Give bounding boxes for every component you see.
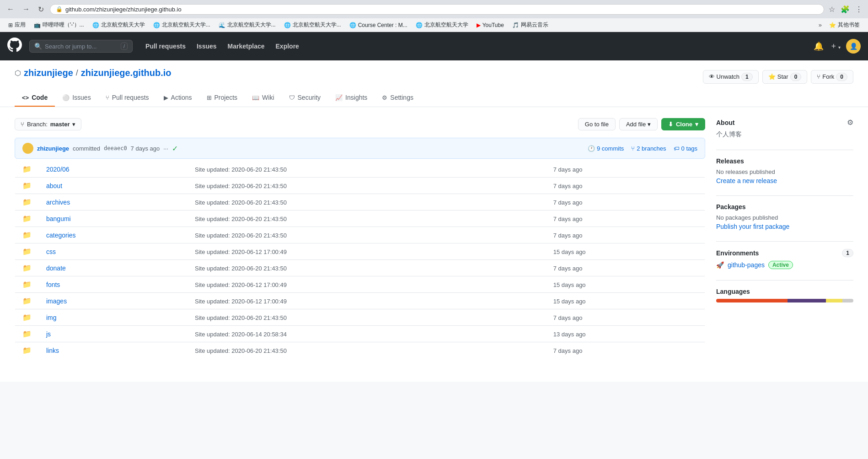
about-section: About ⚙ 个人博客 <box>716 118 853 139</box>
user-avatar[interactable]: 👤 <box>846 39 861 54</box>
extension-button[interactable]: 🧩 <box>840 4 851 15</box>
file-time: 15 days ago <box>553 281 586 288</box>
tab-pull-requests[interactable]: ⑂ Pull requests <box>98 89 156 107</box>
search-input[interactable] <box>45 43 118 50</box>
tab-insights[interactable]: 📈 Insights <box>328 89 375 107</box>
commit-hash[interactable]: deeaec0 <box>104 145 127 151</box>
branch-selector[interactable]: ⑂ Branch: master ▾ <box>15 118 81 130</box>
repo-owner-link[interactable]: zhizunjiege <box>24 68 73 78</box>
tab-actions-label: Actions <box>171 94 192 101</box>
github-nav: Pull requests Issues Marketplace Explore <box>140 39 305 54</box>
file-time: 7 days ago <box>553 199 583 206</box>
clone-button[interactable]: ⬇ Clone ▾ <box>661 118 705 130</box>
tag-icon: 🏷 <box>674 145 680 152</box>
commit-author[interactable]: zhizunjiege <box>37 145 69 152</box>
bookmark-netease[interactable]: 🎵 网易云音乐 <box>509 20 552 30</box>
buaa2-favicon: 🌐 <box>153 22 160 28</box>
repo-type-icon: ⬡ <box>15 69 21 77</box>
releases-title: Releases <box>716 157 744 165</box>
bookmark-apps-label: 应用 <box>15 21 26 29</box>
file-name-link[interactable]: links <box>46 347 180 354</box>
bookmark-star-button[interactable]: ☆ <box>828 4 836 15</box>
branch-label: Branch: <box>27 121 48 128</box>
file-name-link[interactable]: about <box>46 182 180 189</box>
main-content: ⑂ Branch: master ▾ Go to file Add file ▾… <box>0 107 868 382</box>
tab-wiki[interactable]: 📖 Wiki <box>245 89 281 107</box>
tab-code[interactable]: <> Code <box>15 89 55 107</box>
file-time: 7 days ago <box>553 265 583 272</box>
watch-button[interactable]: 👁 Unwatch 1 <box>703 70 759 84</box>
tab-insights-label: Insights <box>345 94 367 101</box>
clock-icon: 🕐 <box>588 145 595 152</box>
bookmark-apps[interactable]: ⊞ 应用 <box>5 20 29 30</box>
file-name-link[interactable]: js <box>46 330 180 338</box>
sidebar-divider-1 <box>716 150 853 150</box>
bookmark-buaa1[interactable]: 🌐 北京航空航天大学 <box>89 20 149 30</box>
file-name-link[interactable]: 2020/06 <box>46 166 180 173</box>
tab-projects[interactable]: ⊞ Projects <box>199 89 245 107</box>
fork-button[interactable]: ⑂ Fork 0 <box>811 70 853 84</box>
commits-link[interactable]: 🕐 9 commits <box>588 145 624 152</box>
nav-marketplace[interactable]: Marketplace <box>222 39 270 54</box>
tab-settings[interactable]: ⚙ Settings <box>375 89 421 107</box>
nav-issues[interactable]: Issues <box>191 39 222 54</box>
bookmark-buaa5[interactable]: 🌐 北京航空航天大学 <box>412 20 472 30</box>
table-row: 📁 2020/06 Site updated: 2020-06-20 21:43… <box>15 161 705 178</box>
menu-button[interactable]: ⋮ <box>854 4 863 15</box>
back-button[interactable]: ← <box>5 4 16 14</box>
env-name-link[interactable]: github-pages <box>728 261 765 269</box>
nav-explore[interactable]: Explore <box>270 39 305 54</box>
search-bar[interactable]: 🔍 / <box>29 40 133 53</box>
go-to-file-button[interactable]: Go to file <box>578 118 616 130</box>
bookmark-other[interactable]: ⭐ 其他书签 <box>825 20 863 30</box>
commit-ellipsis[interactable]: ··· <box>163 145 168 152</box>
insights-icon: 📈 <box>335 94 343 101</box>
file-name-link[interactable]: categories <box>46 232 180 239</box>
nav-pull-requests[interactable]: Pull requests <box>140 39 191 54</box>
fork-label: Fork <box>822 73 834 80</box>
bookmarks-more-button[interactable]: » <box>816 21 825 29</box>
address-bar[interactable]: 🔒 github.com/zhizunjiege/zhizunjiege.git… <box>50 4 824 15</box>
branches-link[interactable]: ⑂ 2 branches <box>631 145 666 152</box>
add-file-button[interactable]: Add file ▾ <box>619 118 658 130</box>
tab-issues[interactable]: ⚪ Issues <box>55 89 98 107</box>
apps-icon: ⊞ <box>8 22 13 28</box>
folder-icon: 📁 <box>22 264 32 272</box>
repo-top-actions: 👁 Unwatch 1 ⭐ Star 0 ⑂ Fork 0 <box>703 70 853 84</box>
bookmark-buaa4[interactable]: 🌐 北京航空航天大学... <box>280 20 345 30</box>
languages-bar <box>716 299 853 302</box>
bookmark-course[interactable]: 🌐 Course Center : M... <box>346 21 411 29</box>
file-name-link[interactable]: bangumi <box>46 215 180 222</box>
file-name-link[interactable]: donate <box>46 265 180 272</box>
github-logo[interactable] <box>7 38 22 55</box>
table-row: 📁 donate Site updated: 2020-06-20 21:43:… <box>15 260 705 276</box>
tab-issues-label: Issues <box>72 94 91 101</box>
bookmark-bilibili[interactable]: 📺 哔哩哔哩（'-'）... <box>30 20 88 30</box>
file-name-link[interactable]: images <box>46 297 180 305</box>
new-repo-button[interactable]: + ▾ <box>829 40 842 53</box>
create-release-link[interactable]: Create a new release <box>716 177 777 184</box>
file-message: Site updated: 2020-06-20 21:43:50 <box>195 216 287 222</box>
bookmark-buaa2[interactable]: 🌐 北京航空航天大学... <box>150 20 214 30</box>
youtube-favicon: ▶ <box>477 22 481 28</box>
file-name-link[interactable]: fonts <box>46 281 180 288</box>
star-button[interactable]: ⭐ Star 0 <box>762 70 808 84</box>
bookmark-buaa3-label: 北京航空航天大学... <box>227 21 276 29</box>
gear-icon[interactable]: ⚙ <box>847 118 853 127</box>
repo-tabs: <> Code ⚪ Issues ⑂ Pull requests ▶ Actio… <box>15 89 853 107</box>
reload-button[interactable]: ↻ <box>36 4 46 15</box>
file-message: Site updated: 2020-06-20 21:43:50 <box>195 232 287 239</box>
forward-button[interactable]: → <box>20 4 32 14</box>
repo-name-link[interactable]: zhizunjiege.github.io <box>81 68 171 78</box>
tags-link[interactable]: 🏷 0 tags <box>674 145 697 152</box>
tab-actions[interactable]: ▶ Actions <box>156 89 199 107</box>
file-name-link[interactable]: archives <box>46 199 180 206</box>
notifications-button[interactable]: 🔔 <box>812 39 825 53</box>
tab-security[interactable]: 🛡 Security <box>282 89 328 107</box>
buaa5-favicon: 🌐 <box>416 22 423 28</box>
bookmark-buaa3[interactable]: 🌊 北京航空航天大学... <box>215 20 279 30</box>
publish-package-link[interactable]: Publish your first package <box>716 223 789 230</box>
bookmark-youtube[interactable]: ▶ YouTube <box>473 21 508 29</box>
file-name-link[interactable]: img <box>46 314 180 321</box>
file-name-link[interactable]: css <box>46 248 180 255</box>
